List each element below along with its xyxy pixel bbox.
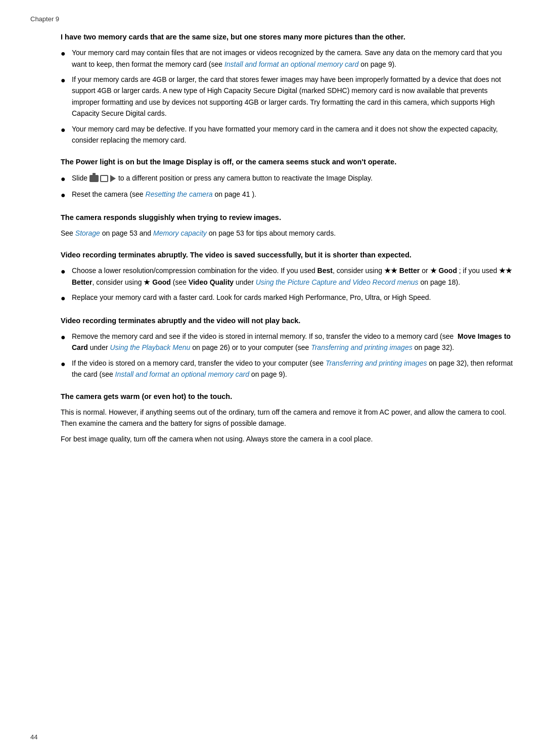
bullet-icon: ●: [61, 190, 72, 201]
bullet-text: Your memory card may contain files that …: [72, 47, 516, 70]
link-memory-capacity[interactable]: Memory capacity: [153, 229, 207, 237]
bullet-icon: ●: [61, 359, 72, 370]
list-item: ● If your memory cards are 4GB or larger…: [61, 74, 516, 119]
bullet-icon: ●: [61, 48, 72, 59]
list-item: ● Your memory card may contain files tha…: [61, 47, 516, 70]
link-install-format-1[interactable]: Install and format an optional memory ca…: [224, 60, 358, 68]
section-heading-camera-warm: The camera gets warm (or even hot) to th…: [61, 391, 516, 402]
bullet-icon: ●: [61, 75, 72, 86]
bullet-text: Replace your memory card with a faster c…: [72, 292, 516, 303]
bullet-icon: ●: [61, 266, 72, 277]
bullet-list-video-terminates: ● Choose a lower resolution/compression …: [61, 265, 516, 304]
section-video-no-playback: Video recording terminates abruptly and …: [61, 316, 516, 380]
list-item: ● If the video is stored on a memory car…: [61, 358, 516, 380]
bullet-text: Your memory card may be defective. If yo…: [72, 123, 516, 146]
list-item: ● Slide to a different position or press…: [61, 172, 516, 185]
section-heading-power-light: The Power light is on but the Image Disp…: [61, 157, 516, 167]
bullet-text: Slide to a different position or press a…: [72, 172, 516, 184]
section-memory-cards-size: I have two memory cards that are the sam…: [61, 32, 516, 146]
link-install-format-2[interactable]: Install and format an optional memory ca…: [115, 370, 249, 378]
section-body-camera-warm-1: This is normal. However, if anything see…: [61, 407, 516, 429]
section-heading-video-no-playback: Video recording terminates abruptly and …: [61, 316, 516, 326]
section-body-camera-warm-2: For best image quality, turn off the cam…: [61, 433, 516, 444]
bullet-icon: ●: [61, 332, 72, 343]
list-item: ● Reset the camera (see Resetting the ca…: [61, 189, 516, 201]
camera-icons: [89, 175, 116, 182]
play-icon: [110, 175, 116, 182]
bullet-list-memory-cards: ● Your memory card may contain files tha…: [61, 47, 516, 146]
viewfinder-icon: [100, 175, 108, 182]
link-storage[interactable]: Storage: [75, 229, 100, 237]
bullet-text: If your memory cards are 4GB or larger, …: [72, 74, 516, 119]
bullet-icon: ●: [61, 293, 72, 304]
list-item: ● Remove the memory card and see if the …: [61, 331, 516, 353]
bullet-icon: ●: [61, 124, 72, 136]
link-playback-menu[interactable]: Using the Playback Menu: [110, 343, 191, 351]
link-resetting-camera[interactable]: Resetting the camera: [146, 190, 213, 198]
section-sluggish: The camera responds sluggishly when tryi…: [61, 212, 516, 239]
list-item: ● Choose a lower resolution/compression …: [61, 265, 516, 288]
section-video-terminates: Video recording terminates abruptly. The…: [61, 250, 516, 304]
link-transferring-printing-1[interactable]: Transferring and printing images: [311, 343, 413, 351]
bullet-text: Choose a lower resolution/compression co…: [72, 265, 516, 288]
section-heading-memory-cards: I have two memory cards that are the sam…: [61, 32, 516, 42]
page-number: 44: [30, 733, 37, 741]
bullet-list-power: ● Slide to a different position or press…: [61, 172, 516, 201]
camera-mode-icon: [89, 175, 99, 182]
bullet-list-video-no-playback: ● Remove the memory card and see if the …: [61, 331, 516, 380]
link-transferring-printing-2[interactable]: Transferring and printing images: [326, 359, 427, 367]
section-body-sluggish: See Storage on page 53 and Memory capaci…: [61, 228, 516, 239]
chapter-label: Chapter 9: [30, 15, 516, 23]
bullet-icon: ●: [61, 173, 72, 185]
bullet-text: Remove the memory card and see if the vi…: [72, 331, 516, 353]
section-heading-sluggish: The camera responds sluggishly when tryi…: [61, 212, 516, 223]
list-item: ● Replace your memory card with a faster…: [61, 292, 516, 304]
section-power-light: The Power light is on but the Image Disp…: [61, 157, 516, 201]
list-item: ● Your memory card may be defective. If …: [61, 123, 516, 146]
bullet-text: Reset the camera (see Resetting the came…: [72, 189, 516, 200]
section-camera-warm: The camera gets warm (or even hot) to th…: [61, 391, 516, 444]
bullet-text: If the video is stored on a memory card,…: [72, 358, 516, 380]
section-heading-video-terminates: Video recording terminates abruptly. The…: [61, 250, 516, 260]
link-picture-capture-menu[interactable]: Using the Picture Capture and Video Reco…: [256, 278, 419, 286]
